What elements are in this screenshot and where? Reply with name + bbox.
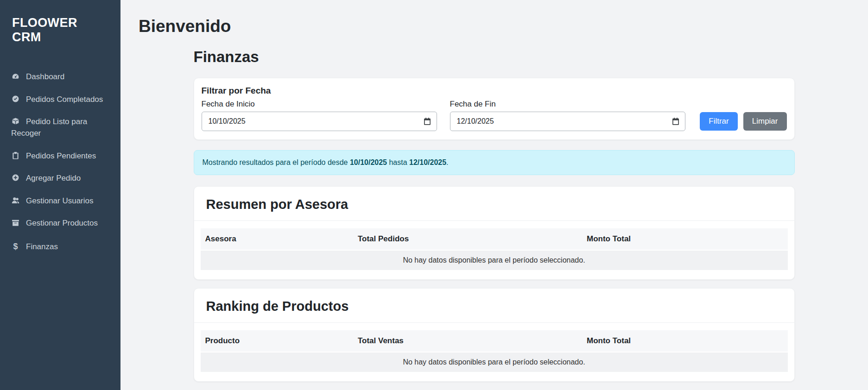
plus-circle-icon (11, 174, 20, 182)
summary-card-title: Resumen por Asesora (206, 197, 782, 212)
sidebar-item-label: Dashboard (26, 72, 64, 81)
box-archive-icon (11, 219, 20, 226)
summary-table-header-row: Asesora Total Pedidos Monto Total (201, 228, 788, 250)
column-header: Monto Total (582, 228, 787, 250)
start-date-input[interactable] (202, 112, 437, 131)
sidebar-item-label: Pedido Listo para Recoger (11, 117, 87, 138)
sidebar-item-pedido-listo[interactable]: Pedido Listo para Recoger (0, 111, 120, 145)
start-date-label: Fecha de Inicio (202, 100, 437, 109)
ranking-table-header-row: Producto Total Ventas Monto Total (201, 330, 788, 352)
sidebar-item-finanzas[interactable]: $Finanzas (0, 235, 120, 258)
sidebar-item-label: Pedidos Completados (26, 95, 103, 104)
check-circle-icon (11, 95, 20, 103)
pickup-box-icon (11, 117, 20, 125)
results-period-alert: Mostrando resultados para el período des… (194, 150, 795, 175)
ranking-table-wrap: Producto Total Ventas Monto Total No hay… (194, 323, 794, 381)
sidebar-item-label: Agregar Pedido (26, 174, 81, 182)
finanzas-container: Finanzas Filtrar por Fecha Fecha de Inic… (194, 48, 795, 382)
column-header: Total Pedidos (353, 228, 582, 250)
page-title: Bienvenido (139, 17, 849, 36)
summary-card-header: Resumen por Asesora (194, 187, 794, 221)
empty-state-row: No hay datos disponibles para el período… (201, 352, 788, 372)
end-date-wrap (450, 112, 685, 131)
end-date-field: Fecha de Fin (450, 100, 685, 131)
empty-state-message: No hay datos disponibles para el período… (201, 250, 788, 270)
column-header: Total Ventas (353, 330, 582, 352)
column-header: Asesora (201, 228, 353, 250)
start-date-wrap (202, 112, 437, 131)
empty-state-row: No hay datos disponibles para el período… (201, 250, 788, 270)
clear-button[interactable]: Limpiar (743, 112, 787, 131)
filter-button[interactable]: Filtrar (700, 112, 737, 131)
filter-title: Filtrar por Fecha (202, 86, 787, 96)
sidebar-item-label: Finanzas (26, 242, 58, 251)
column-header: Monto Total (582, 330, 787, 352)
empty-state-message: No hay datos disponibles para el período… (201, 352, 788, 372)
sidebar-item-label: Gestionar Productos (26, 219, 98, 227)
dollar-icon: $ (11, 240, 20, 252)
ranking-card-title: Ranking de Productos (206, 299, 782, 314)
summary-table: Asesora Total Pedidos Monto Total No hay… (201, 228, 788, 270)
sidebar-item-agregar-pedido[interactable]: Agregar Pedido (0, 167, 120, 190)
alert-middle: hasta (387, 158, 409, 166)
end-date-label: Fecha de Fin (450, 100, 685, 109)
filter-buttons: Filtrar Limpiar (700, 112, 786, 131)
sidebar-item-gestionar-usuarios[interactable]: Gestionar Usuarios (0, 190, 120, 213)
dashboard-icon (11, 72, 20, 80)
summary-by-advisor-card: Resumen por Asesora Asesora Total Pedido… (194, 186, 795, 280)
sidebar-item-pedidos-completados[interactable]: Pedidos Completados (0, 88, 120, 111)
end-date-input[interactable] (450, 112, 685, 131)
main-content: Bienvenido Finanzas Filtrar por Fecha Fe… (120, 0, 868, 390)
sidebar-item-pedidos-pendientes[interactable]: Pedidos Pendientes (0, 145, 120, 168)
brand-title: FLOOWER CRM (0, 0, 120, 44)
ranking-card-header: Ranking de Productos (194, 289, 794, 323)
ranking-table: Producto Total Ventas Monto Total No hay… (201, 330, 788, 372)
sidebar-item-gestionar-productos[interactable]: Gestionar Productos (0, 212, 120, 235)
sidebar-item-label: Gestionar Usuarios (26, 196, 94, 205)
column-header: Producto (201, 330, 353, 352)
alert-end-date: 12/10/2025 (409, 158, 446, 166)
filter-row: Fecha de Inicio Fecha de Fin (202, 100, 787, 131)
users-icon (11, 196, 20, 204)
calendar-icon[interactable] (423, 117, 431, 126)
alert-suffix: . (446, 158, 448, 166)
sidebar-nav: Dashboard Pedidos Completados Pedido Lis… (0, 66, 120, 258)
alert-prefix: Mostrando resultados para el período des… (203, 158, 350, 166)
section-title-finanzas: Finanzas (194, 48, 795, 66)
app-root: FLOOWER CRM Dashboard Pedidos Completado… (0, 0, 868, 390)
summary-table-wrap: Asesora Total Pedidos Monto Total No hay… (194, 221, 794, 279)
clipboard-icon (11, 151, 20, 159)
calendar-icon[interactable] (672, 117, 680, 126)
sidebar: FLOOWER CRM Dashboard Pedidos Completado… (0, 0, 120, 390)
start-date-field: Fecha de Inicio (202, 100, 437, 131)
sidebar-item-dashboard[interactable]: Dashboard (0, 66, 120, 88)
product-ranking-card: Ranking de Productos Producto Total Vent… (194, 288, 795, 382)
alert-start-date: 10/10/2025 (350, 158, 387, 166)
date-filter-card: Filtrar por Fecha Fecha de Inicio Fecha … (194, 78, 795, 140)
sidebar-item-label: Pedidos Pendientes (26, 151, 96, 160)
